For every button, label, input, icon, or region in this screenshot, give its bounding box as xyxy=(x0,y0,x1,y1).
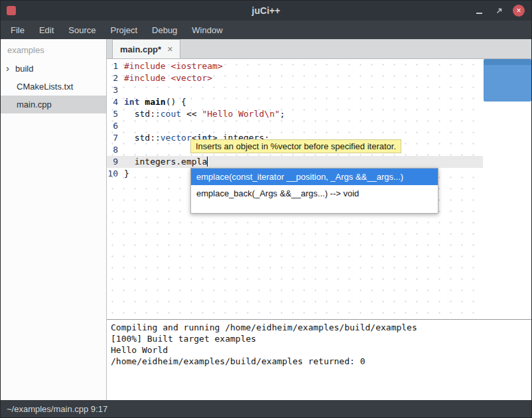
line-number: 7 xyxy=(107,132,124,144)
scrollbar-thumb[interactable] xyxy=(484,59,531,102)
chevron-right-icon: › xyxy=(6,62,9,74)
tab-close-icon[interactable]: × xyxy=(167,44,172,54)
line-text: integers.empla xyxy=(124,156,208,168)
status-bar: ~/examples/main.cpp 9:17 xyxy=(1,400,531,417)
line-number: 5 xyxy=(107,108,124,120)
code-line-5[interactable]: 5 std::cout << "Hello World\n"; xyxy=(107,108,483,120)
editor-pane: main.cpp* × 1#include <iostream>2#includ… xyxy=(107,39,531,400)
line-number: 2 xyxy=(107,72,124,84)
line-number: 3 xyxy=(107,84,124,96)
code-editor[interactable]: 1#include <iostream>2#include <vector>34… xyxy=(107,59,531,319)
line-text: std::cout << "Hello World\n"; xyxy=(124,108,285,120)
restore-icon xyxy=(496,7,503,15)
output-line-1: [100%] Built target examples xyxy=(111,333,527,344)
line-text: } xyxy=(124,168,129,180)
window-controls: × xyxy=(473,5,531,17)
line-text: int main() { xyxy=(124,96,186,108)
file-tree: ›buildCMakeLists.txtmain.cpp xyxy=(1,60,106,113)
title-bar[interactable]: juCi++ × xyxy=(1,1,531,21)
app-window: juCi++ × FileEditSourceProjectDebugWindo… xyxy=(0,0,532,418)
line-number: 10 xyxy=(107,168,124,180)
completion-item-0[interactable]: emplace(const_iterator __position, _Args… xyxy=(191,169,438,185)
completion-popup: emplace(const_iterator __position, _Args… xyxy=(190,168,438,214)
tree-item-build[interactable]: ›build xyxy=(1,60,106,78)
menu-item-file[interactable]: File xyxy=(3,21,32,39)
menu-item-project[interactable]: Project xyxy=(103,21,145,39)
doc-tooltip: Inserts an object in %vector before spec… xyxy=(190,139,401,153)
tab-bar: main.cpp* × xyxy=(107,39,531,59)
scrollbar-track[interactable] xyxy=(483,59,531,319)
line-text: #include <vector> xyxy=(124,72,212,84)
menu-bar: FileEditSourceProjectDebugWindow xyxy=(1,21,531,39)
tree-item-main-cpp[interactable]: main.cpp xyxy=(1,96,106,113)
status-text: ~/examples/main.cpp 9:17 xyxy=(7,404,107,414)
output-line-3: /home/eidheim/examples/build/examples re… xyxy=(111,356,527,367)
tree-item-cmakelists-txt[interactable]: CMakeLists.txt xyxy=(1,78,106,96)
window-title: juCi++ xyxy=(1,5,531,16)
menu-item-source[interactable]: Source xyxy=(61,21,103,39)
line-number: 1 xyxy=(107,60,124,72)
app-icon xyxy=(7,6,16,15)
line-number: 9 xyxy=(107,156,124,168)
code-line-2[interactable]: 2#include <vector> xyxy=(107,72,483,84)
menu-item-edit[interactable]: Edit xyxy=(32,21,61,39)
minimize-button[interactable] xyxy=(473,5,485,17)
tab-main-cpp[interactable]: main.cpp* × xyxy=(112,39,180,58)
line-number: 4 xyxy=(107,96,124,108)
sidebar-header: examples xyxy=(1,39,106,60)
text-cursor xyxy=(207,157,208,167)
line-number: 8 xyxy=(107,144,124,156)
output-line-0: Compiling and running /home/eidheim/exam… xyxy=(111,322,527,333)
output-panel[interactable]: Compiling and running /home/eidheim/exam… xyxy=(107,319,531,400)
code-line-3[interactable]: 3 xyxy=(107,84,483,96)
completion-item-1[interactable]: emplace_back(_Args &&__args...) --> void xyxy=(191,185,438,202)
output-line-2: Hello World xyxy=(111,344,527,356)
menu-item-debug[interactable]: Debug xyxy=(145,21,184,39)
restore-button[interactable] xyxy=(493,5,505,17)
minimize-icon xyxy=(476,13,482,14)
tree-item-label: build xyxy=(15,64,33,74)
line-number: 6 xyxy=(107,120,124,132)
line-text: #include <iostream> xyxy=(124,60,223,72)
code-line-9[interactable]: 9 integers.empla xyxy=(107,156,483,168)
code-line-4[interactable]: 4int main() { xyxy=(107,96,483,108)
sidebar: examples ›buildCMakeLists.txtmain.cpp xyxy=(1,39,107,400)
tab-label: main.cpp* xyxy=(120,44,161,54)
main-area: examples ›buildCMakeLists.txtmain.cpp ma… xyxy=(1,39,531,400)
code-line-1[interactable]: 1#include <iostream> xyxy=(107,60,483,72)
code-line-6[interactable]: 6 xyxy=(107,120,483,132)
close-button[interactable]: × xyxy=(513,5,525,17)
tree-item-label: CMakeLists.txt xyxy=(17,82,73,92)
menu-item-window[interactable]: Window xyxy=(184,21,230,39)
tree-item-label: main.cpp xyxy=(17,100,52,109)
